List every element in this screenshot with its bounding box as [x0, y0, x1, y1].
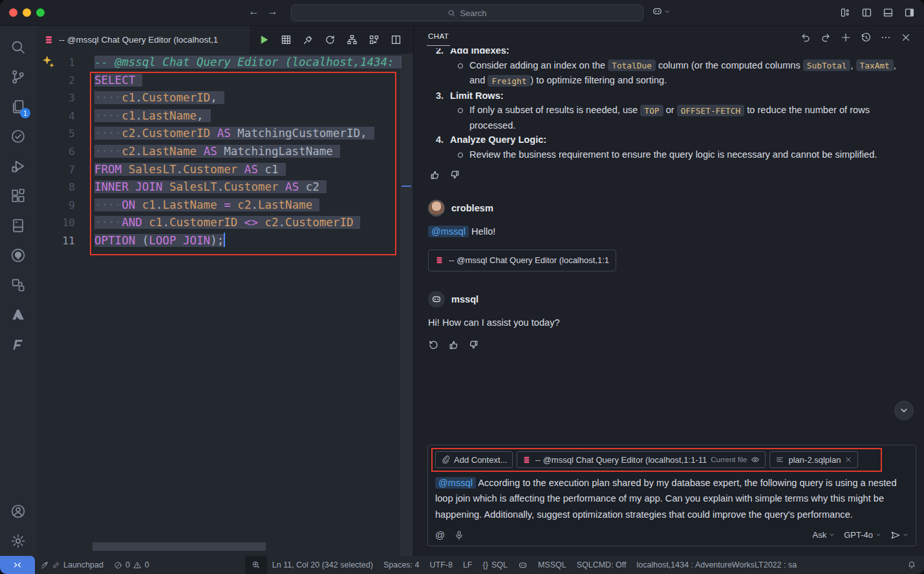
activity-bar-item-source-control[interactable]	[3, 62, 34, 92]
new-chat-icon[interactable]	[841, 32, 851, 43]
chat-conversation: 2.Add Indexes:Consider adding an index o…	[414, 48, 924, 430]
close-icon[interactable]	[844, 456, 852, 463]
context-chip-sqlplan[interactable]: plan-2.sqlplan	[769, 451, 858, 468]
run-icon[interactable]	[259, 34, 270, 45]
mention-chip[interactable]: @mssql	[428, 226, 469, 237]
activity-bar-item-github[interactable]	[3, 240, 34, 270]
sqlcmd-item[interactable]: SQLCMD: Off	[572, 556, 632, 574]
copilot-status-item[interactable]	[513, 556, 533, 574]
undo-icon[interactable]	[800, 32, 811, 43]
eol-item[interactable]: LF	[458, 556, 478, 574]
link-icon	[52, 561, 60, 569]
thumbs-down-icon[interactable]	[449, 169, 460, 180]
close-icon[interactable]	[901, 32, 911, 43]
chevron-down-icon	[829, 532, 835, 538]
activity-bar-item-search[interactable]	[3, 32, 34, 62]
connection-item[interactable]: localhost,1434 : AdventureWorksLT2022 : …	[632, 556, 802, 574]
forward-icon[interactable]: →	[267, 5, 278, 18]
model-dropdown[interactable]: GPT-4o	[844, 530, 881, 540]
tab-mssql-chat-query-editor[interactable]: -- @mssql Chat Query Editor (localhost,1	[36, 26, 250, 54]
activity-bar-item-azure[interactable]	[3, 300, 34, 330]
indentation-item[interactable]: Spaces: 4	[378, 556, 425, 574]
results-grid-icon[interactable]	[281, 34, 292, 45]
encoding-item[interactable]: UTF-8	[425, 556, 458, 574]
context-chips: Add Context... -- @mssql Chat Query Edit…	[435, 451, 908, 468]
scroll-to-bottom-button[interactable]	[894, 401, 914, 420]
thumbs-down-icon[interactable]	[468, 339, 479, 350]
split-editor-icon[interactable]	[391, 34, 402, 45]
copilot-menu[interactable]	[652, 6, 671, 17]
activity-bar-item-notebook[interactable]	[3, 211, 34, 240]
window-controls	[9, 8, 45, 17]
activity-bar-item-explorer[interactable]: 1	[3, 92, 34, 122]
more-actions-icon[interactable]	[881, 32, 891, 43]
estimated-plan-icon[interactable]	[347, 34, 358, 45]
code-editor[interactable]: 1-- @mssql Chat Query Editor (localhost,…	[36, 54, 413, 556]
chevron-down-icon	[903, 532, 908, 538]
tab-chat[interactable]: CHAT	[427, 28, 450, 46]
remote-icon	[13, 560, 22, 569]
back-icon[interactable]: ←	[248, 5, 259, 18]
history-icon[interactable]	[861, 32, 871, 43]
activity-bar-item-extensions[interactable]	[3, 181, 34, 211]
mention-button[interactable]: @	[435, 529, 445, 540]
language-item[interactable]: {} SQL	[478, 556, 513, 574]
error-icon	[114, 561, 122, 569]
attachment-label: -- @mssql Chat Query Editor (localhost,1…	[449, 253, 609, 268]
notifications-bell[interactable]	[902, 556, 924, 574]
activity-bar-item-testing[interactable]	[3, 122, 34, 151]
editor-tab-bar: -- @mssql Chat Query Editor (localhost,1	[36, 26, 413, 54]
attachment-chip[interactable]: -- @mssql Chat Query Editor (localhost,1…	[428, 250, 616, 272]
code-line: 9····ON c1.LastName = c2.LastName	[36, 197, 413, 215]
activity-bar-item-accounts[interactable]	[3, 496, 34, 526]
command-center-search[interactable]: Search	[291, 5, 643, 21]
customize-layout-icon[interactable]	[840, 7, 851, 18]
actual-plan-icon[interactable]	[369, 34, 380, 45]
problems-item[interactable]: 0 0	[109, 556, 155, 574]
mode-dropdown[interactable]: Ask	[813, 530, 835, 540]
copilot-sparkle-icon[interactable]	[41, 55, 56, 69]
toggle-panel-icon[interactable]	[883, 7, 894, 18]
thumbs-up-icon[interactable]	[429, 169, 440, 180]
activity-bar-item-connections[interactable]	[3, 270, 34, 300]
toggle-sidebar-icon[interactable]	[861, 7, 872, 18]
eye-icon[interactable]	[751, 455, 760, 464]
copilot-icon	[652, 6, 663, 17]
code-line: 11OPTION (LOOP JOIN);	[36, 232, 413, 250]
minimize-window-button[interactable]	[23, 8, 31, 17]
chat-input-box[interactable]: Add Context... -- @mssql Chat Query Edit…	[427, 445, 916, 546]
send-button[interactable]	[890, 530, 908, 540]
chat-input-text[interactable]: @mssql According to the execution plan s…	[435, 475, 908, 522]
assistant-feedback	[429, 169, 910, 180]
github-icon	[10, 248, 26, 263]
warning-icon	[133, 561, 142, 569]
mic-icon[interactable]	[454, 530, 464, 540]
line-number: 11	[36, 232, 75, 250]
change-connection-icon[interactable]	[325, 34, 336, 45]
remote-indicator[interactable]	[0, 556, 35, 574]
assistant-message-actions	[428, 339, 910, 350]
testing-icon	[10, 129, 26, 144]
add-context-button[interactable]: Add Context...	[435, 451, 513, 468]
cursor-position-item[interactable]: Ln 11, Col 20 (342 selected)	[267, 556, 378, 574]
zoom-indicator[interactable]	[245, 556, 267, 574]
redo-icon[interactable]	[821, 32, 831, 43]
vscode-window: ← → Search 1 -- @mssql Chat Query Editor	[0, 0, 924, 574]
close-window-button[interactable]	[9, 8, 17, 17]
mode-label: Ask	[813, 530, 827, 540]
launchpad-item[interactable]: Launchpad	[35, 556, 109, 574]
disconnect-icon[interactable]	[303, 34, 314, 45]
retry-icon[interactable]	[428, 339, 439, 350]
mssql-item[interactable]: MSSQL	[533, 556, 572, 574]
activity-bar-item-settings-gear[interactable]	[3, 526, 34, 556]
toggle-secondary-sidebar-icon[interactable]	[904, 7, 915, 18]
activity-bar-item-flyway[interactable]	[3, 330, 34, 359]
editor-vertical-scrollbar[interactable]	[400, 54, 413, 556]
thumbs-up-icon[interactable]	[448, 339, 459, 350]
assistant-message: mssql Hi! How can I assist you today?	[428, 291, 910, 350]
code-line: 2SELECT	[36, 72, 413, 90]
activity-bar-item-run-debug[interactable]	[3, 151, 34, 181]
context-chip-current-file[interactable]: -- @mssql Chat Query Editor (localhost,1…	[517, 451, 766, 468]
maximize-window-button[interactable]	[36, 8, 45, 17]
editor-horizontal-scrollbar[interactable]	[92, 542, 266, 551]
